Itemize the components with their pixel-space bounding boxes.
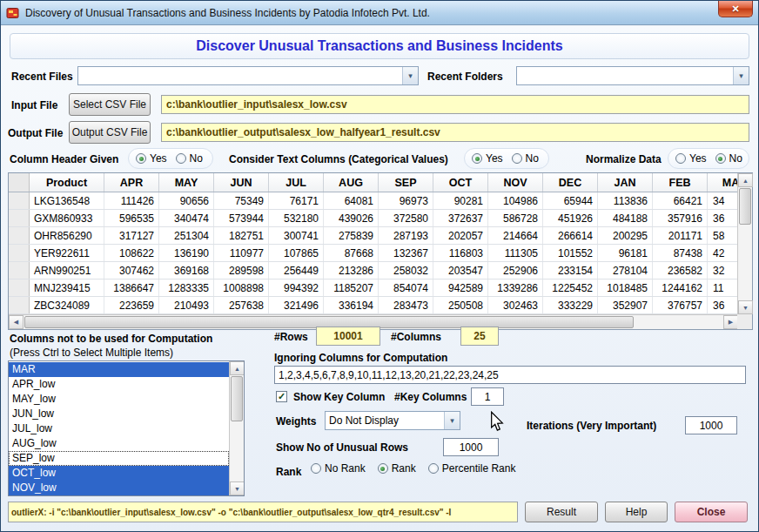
value-cell[interactable]: 96973 bbox=[379, 192, 433, 209]
rank-option-rank[interactable]: Rank bbox=[378, 462, 416, 475]
scroll-down-button[interactable]: ▼ bbox=[230, 481, 245, 495]
value-cell[interactable]: 75349 bbox=[214, 192, 269, 209]
list-item[interactable]: JUN_low bbox=[9, 407, 229, 421]
scroll-up-button[interactable]: ▲ bbox=[738, 173, 753, 187]
show-key-column-checkbox[interactable]: ✓ bbox=[276, 391, 287, 402]
grid-column-header[interactable]: OCT bbox=[433, 173, 488, 192]
value-cell[interactable]: 317127 bbox=[104, 227, 159, 244]
grid-column-header[interactable]: AUG bbox=[324, 173, 379, 192]
columns-listbox[interactable]: MARAPR_lowMAY_lowJUN_lowJUL_lowAUG_lowSE… bbox=[8, 360, 245, 496]
value-cell[interactable]: 11 bbox=[708, 279, 738, 296]
grid-column-header[interactable]: JUL bbox=[269, 173, 324, 192]
grid-column-header[interactable]: APR bbox=[104, 173, 159, 192]
grid-column-header[interactable]: JAN bbox=[598, 173, 653, 192]
value-cell[interactable]: 111426 bbox=[104, 192, 159, 209]
list-item[interactable]: AUG_low bbox=[9, 436, 229, 451]
result-button[interactable]: Result bbox=[525, 502, 598, 522]
value-cell[interactable]: 1185207 bbox=[324, 279, 379, 296]
value-cell[interactable]: 116803 bbox=[433, 245, 488, 261]
value-cell[interactable]: 369168 bbox=[159, 262, 214, 279]
key-columns-field[interactable] bbox=[471, 387, 504, 406]
list-item[interactable]: SEP_low bbox=[9, 451, 229, 466]
value-cell[interactable]: 42 bbox=[708, 245, 738, 261]
value-cell[interactable]: 201171 bbox=[653, 227, 708, 244]
list-item[interactable]: MAY_low bbox=[9, 392, 229, 407]
grid-column-header[interactable]: JUN bbox=[214, 173, 269, 192]
value-cell[interactable]: 266614 bbox=[543, 227, 598, 244]
value-cell[interactable]: 101552 bbox=[543, 245, 598, 261]
value-cell[interactable]: 1008898 bbox=[214, 279, 269, 296]
column-header-no-option[interactable]: No bbox=[176, 152, 203, 165]
row-selector[interactable] bbox=[9, 262, 30, 279]
grid-column-header[interactable]: MAY bbox=[159, 173, 214, 192]
value-cell[interactable]: 107865 bbox=[269, 245, 324, 261]
grid-column-header[interactable]: NOV bbox=[488, 173, 543, 192]
value-cell[interactable]: 96181 bbox=[598, 245, 653, 261]
scroll-up-button[interactable]: ▲ bbox=[230, 361, 245, 375]
input-file-path[interactable] bbox=[161, 95, 749, 114]
value-cell[interactable]: 278104 bbox=[598, 262, 653, 279]
row-selector[interactable] bbox=[9, 297, 30, 313]
value-cell[interactable]: 289598 bbox=[214, 262, 269, 279]
value-cell[interactable]: 256449 bbox=[269, 262, 324, 279]
grid-column-header[interactable]: DEC bbox=[543, 173, 598, 192]
value-cell[interactable]: 257638 bbox=[214, 297, 269, 313]
rank-option-percentile-rank[interactable]: Percentile Rank bbox=[428, 462, 516, 475]
value-cell[interactable]: 66421 bbox=[653, 192, 708, 209]
grid-vertical-scrollbar[interactable]: ▲ ▼ bbox=[737, 173, 752, 314]
value-cell[interactable]: 76171 bbox=[269, 192, 324, 209]
value-cell[interactable]: 340474 bbox=[159, 210, 214, 226]
value-cell[interactable]: 1225452 bbox=[543, 279, 598, 296]
listbox-scrollbar[interactable]: ▲ ▼ bbox=[229, 361, 244, 495]
value-cell[interactable]: 307462 bbox=[104, 262, 159, 279]
value-cell[interactable]: 136190 bbox=[159, 245, 214, 261]
value-cell[interactable]: 532180 bbox=[269, 210, 324, 226]
chevron-down-icon[interactable]: ▾ bbox=[444, 412, 460, 429]
value-cell[interactable]: 372580 bbox=[379, 210, 433, 226]
value-cell[interactable]: 376757 bbox=[653, 297, 708, 313]
value-cell[interactable]: 32 bbox=[708, 262, 738, 279]
value-cell[interactable]: 1339286 bbox=[488, 279, 543, 296]
value-cell[interactable]: 1283335 bbox=[159, 279, 214, 296]
output-csv-file-button[interactable]: Output CSV File bbox=[69, 121, 151, 144]
value-cell[interactable]: 65944 bbox=[543, 192, 598, 209]
value-cell[interactable]: 287193 bbox=[379, 227, 433, 244]
select-csv-file-button[interactable]: Select CSV File bbox=[69, 93, 151, 116]
value-cell[interactable]: 236582 bbox=[653, 262, 708, 279]
value-cell[interactable]: 300741 bbox=[269, 227, 324, 244]
value-cell[interactable]: 252906 bbox=[488, 262, 543, 279]
listbox-scroll-thumb[interactable] bbox=[231, 376, 243, 421]
value-cell[interactable]: 352907 bbox=[598, 297, 653, 313]
product-cell[interactable]: ZBC324089 bbox=[30, 297, 104, 313]
chevron-down-icon[interactable]: ▾ bbox=[402, 67, 418, 84]
weights-dropdown[interactable]: Do Not Display ▾ bbox=[325, 411, 460, 430]
grid-vscroll-thumb[interactable] bbox=[739, 188, 751, 225]
value-cell[interactable]: 113836 bbox=[598, 192, 653, 209]
value-cell[interactable]: 336194 bbox=[324, 297, 379, 313]
value-cell[interactable]: 283473 bbox=[379, 297, 433, 313]
output-file-path[interactable] bbox=[161, 123, 749, 142]
list-item[interactable]: JUL_low bbox=[9, 421, 229, 436]
normalize-no-option[interactable]: No bbox=[715, 152, 742, 165]
product-cell[interactable]: ARN990251 bbox=[30, 262, 104, 279]
value-cell[interactable]: 1018485 bbox=[598, 279, 653, 296]
value-cell[interactable]: 321496 bbox=[269, 297, 324, 313]
close-window-button[interactable]: ✕ bbox=[718, 1, 753, 17]
value-cell[interactable]: 439026 bbox=[324, 210, 379, 226]
value-cell[interactable]: 202057 bbox=[433, 227, 488, 244]
product-cell[interactable]: LKG136548 bbox=[30, 192, 104, 209]
value-cell[interactable]: 484188 bbox=[598, 210, 653, 226]
value-cell[interactable]: 90656 bbox=[159, 192, 214, 209]
value-cell[interactable]: 111305 bbox=[488, 245, 543, 261]
value-cell[interactable]: 87438 bbox=[653, 245, 708, 261]
unusual-rows-field[interactable] bbox=[443, 438, 499, 456]
value-cell[interactable]: 854074 bbox=[379, 279, 433, 296]
value-cell[interactable]: 90281 bbox=[433, 192, 488, 209]
value-cell[interactable]: 596535 bbox=[104, 210, 159, 226]
scroll-down-button[interactable]: ▼ bbox=[738, 300, 753, 314]
value-cell[interactable]: 451926 bbox=[543, 210, 598, 226]
text-columns-yes-option[interactable]: Yes bbox=[472, 152, 503, 165]
value-cell[interactable]: 302463 bbox=[488, 297, 543, 313]
row-selector[interactable] bbox=[9, 227, 30, 244]
value-cell[interactable]: 108622 bbox=[104, 245, 159, 261]
